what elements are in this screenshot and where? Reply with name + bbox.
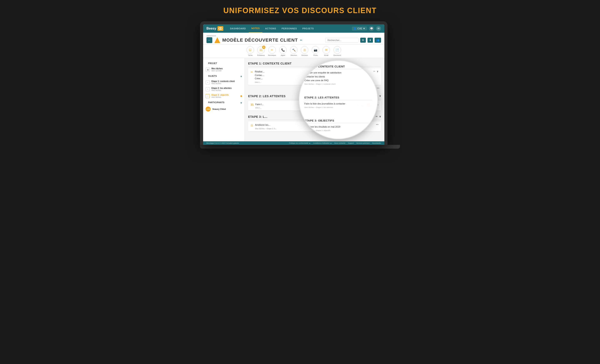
- task-card-meta-3: Mes tâches – Etape 3: b...: [255, 127, 374, 130]
- reunion-label: Réunion: [291, 54, 297, 56]
- footer-link-contact[interactable]: Nous contacter: [334, 142, 346, 144]
- etape2-text: Etape 2: les attentes Mes tâches: [211, 87, 242, 91]
- sidebar: PROJET ▦ Mes tâches Mon activité SUJETS …: [203, 58, 245, 141]
- toolbar-reunion[interactable]: 🔨 Réunion: [290, 46, 298, 56]
- breadcrumb-date: 29/04/2019: [206, 35, 381, 37]
- document-label: Document: [333, 54, 341, 56]
- toolbar-echeance[interactable]: 31 31 Échéance: [257, 46, 265, 56]
- footer-link-terms[interactable]: Conditions d'utilisation ▲: [313, 142, 332, 144]
- filter-button[interactable]: ⚙: [360, 38, 366, 43]
- appel-icon: 📞: [279, 46, 287, 54]
- email-icon: ✉: [322, 46, 330, 54]
- etape2-sub: Mes tâches: [211, 89, 242, 91]
- page-header: UNIFORMISEZ VOS DISCOURS CLIENT: [200, 6, 400, 15]
- nav-item-dashboard[interactable]: DASHBOARD: [227, 24, 248, 33]
- etape2-icon: ○: [206, 87, 210, 91]
- participant-veauvy: CVE Veauvy Chloé: [203, 105, 244, 113]
- task-card-stage1: ✏ Réalise...Contac...Créer... Mes t... ✏…: [248, 68, 381, 85]
- mail-icon-btn[interactable]: ✉: [376, 26, 381, 31]
- sidebar-item-etape2[interactable]: ○ Etape 2: les attentes Mes tâches: [203, 86, 244, 93]
- stage3-chevron-icon[interactable]: ∨: [379, 115, 381, 118]
- toolbar-appel[interactable]: 📞 Appel: [279, 46, 287, 56]
- task3-more-icon[interactable]: •••: [376, 123, 379, 126]
- app-footer: BeesApps 5.12.3 © 2020 Formation gratuit…: [203, 141, 384, 145]
- user-label: CVE: [357, 27, 362, 30]
- nav-user[interactable]: 👤 CVE ▼: [352, 27, 367, 31]
- edit-action-icon[interactable]: ✏: [373, 70, 375, 73]
- toolbar-remarque[interactable]: ✏ Remarque: [268, 46, 276, 56]
- toolbar-email[interactable]: ✉ Email: [322, 46, 330, 56]
- dropdown-icon: ▼: [363, 27, 365, 30]
- photo-icon: 📷: [312, 46, 319, 54]
- task-card-text-3: Améliorer les...: [255, 123, 374, 127]
- stage3-header: ETAPE 3: L... ✏ ∨: [248, 114, 381, 120]
- footer-link-premium[interactable]: Services premium: [356, 142, 370, 144]
- nav-item-actions[interactable]: ACTIONS: [263, 24, 279, 33]
- participant-name: Veauvy Chloé: [212, 108, 226, 110]
- task-card-text-2: Faire l...: [255, 103, 356, 106]
- footer-link-news[interactable]: Nouveautés: [372, 142, 381, 144]
- logo-text: Beesy: [206, 27, 216, 30]
- task-card-stage3: ⚖ Améliorer les... Mes tâches – Etape 3:…: [248, 122, 381, 131]
- stage3-section: ETAPE 3: L... ✏ ∨ ⚖ Améliorer les... Mes…: [248, 114, 381, 131]
- task-row-badges-2: 29AVR. CVE •••: [357, 103, 379, 108]
- chat-icon-btn[interactable]: 💬: [369, 26, 374, 31]
- edit-title-icon[interactable]: ✏: [300, 38, 302, 42]
- toolbar-photo[interactable]: 📷 Photo: [312, 46, 319, 56]
- sidebar-item-etape3[interactable]: ○ Etape 3: objectifs Mes tâches: [203, 93, 244, 100]
- more-options-icon[interactable]: •••: [377, 87, 379, 90]
- participants-section-title: PARTICIPANTS: [206, 101, 227, 104]
- search-input[interactable]: [325, 38, 358, 42]
- nav-item-projets[interactable]: PROJETS: [300, 24, 316, 33]
- stage1-section: ETAPE 1: CONTEXTE CLIENT ✏ Réalise...Con…: [248, 61, 381, 90]
- etape1-text: Etape 1: contexte client Mes tâches: [211, 80, 242, 84]
- page-wrapper: UNIFORMISEZ VOS DISCOURS CLIENT Beesy DA…: [200, 6, 400, 149]
- back-button[interactable]: ←: [206, 37, 212, 43]
- stage2-chevron-icon[interactable]: ∨: [379, 94, 381, 97]
- sidebar-item-etape1[interactable]: ○ Etape 1: contexte client Mes tâches: [203, 79, 244, 86]
- task-card-icon-remarque: ✏: [251, 70, 253, 74]
- stage2-header: ETAPE 2: LES ATTENTES ✏ ∨: [248, 93, 381, 99]
- toolbar-document[interactable]: 📄 Document: [333, 46, 341, 56]
- mes-taches-sub: Mon activité: [211, 70, 242, 72]
- project-section-header: PROJET: [203, 61, 244, 66]
- participants-section-header: PARTICIPANTS +: [203, 100, 244, 105]
- echeance-badge: 31: [262, 46, 265, 49]
- sidebar-item-mes-taches[interactable]: ▦ Mes tâches Mon activité: [203, 66, 244, 73]
- toolbar-decision[interactable]: ⚖ Décision: [301, 46, 308, 56]
- task2-more-icon[interactable]: •••: [376, 104, 379, 107]
- add-participant-button[interactable]: +: [240, 101, 242, 104]
- task-card-meta-2: Mes t...: [255, 107, 356, 109]
- etape2-name: Etape 2: les attentes: [211, 87, 242, 89]
- stage1-header: ETAPE 1: CONTEXTE CLIENT: [248, 61, 381, 67]
- footer-link-privacy[interactable]: Politique de confidentialité ▲: [289, 142, 311, 144]
- badge-hex: [371, 103, 375, 107]
- task-card-text-1: Réalise...Contac...Créer...: [255, 70, 372, 80]
- etape3-sub: Mes tâches: [211, 96, 239, 98]
- notes-area: ETAPE 1: CONTEXTE CLIENT ✏ Réalise...Con…: [245, 58, 384, 141]
- etape1-icon: ○: [206, 80, 210, 84]
- share-button[interactable]: 👥: [375, 38, 381, 43]
- page-header-bar: 29/04/2019 ← MODÈLE DÉCOUVERTE CLIENT ✏ …: [203, 33, 384, 45]
- stage2-edit-icon[interactable]: ✏: [376, 94, 378, 97]
- footer-link-support[interactable]: Support: [348, 142, 354, 144]
- photo-label: Photo: [313, 54, 318, 56]
- chevron-down-icon[interactable]: ∨: [377, 70, 379, 73]
- toolbar-tache[interactable]: ☑ Tâche: [246, 46, 254, 56]
- icon-toolbar: ☑ Tâche 31 31 Échéance ✏ Remarque 📞 App: [203, 45, 384, 58]
- download-button[interactable]: ⬇: [367, 38, 373, 43]
- appel-label: Appel: [281, 54, 285, 56]
- note-title-row: ← MODÈLE DÉCOUVERTE CLIENT ✏ ⚙ ⬇ 👥: [206, 37, 381, 43]
- task-card-content-1: Réalise...Contac...Créer... Mes t...: [255, 70, 372, 83]
- task-card-icon-date: 31: [251, 103, 253, 106]
- laptop-frame: Beesy DASHBOARD NOTES ACTIONS PERSONNES …: [200, 21, 387, 145]
- top-nav: Beesy DASHBOARD NOTES ACTIONS PERSONNES …: [203, 24, 384, 33]
- stage3-edit-icon[interactable]: ✏: [376, 115, 378, 118]
- nav-items: DASHBOARD NOTES ACTIONS PERSONNES PROJET…: [227, 24, 352, 33]
- add-subject-button[interactable]: +: [240, 75, 242, 78]
- nav-item-personnes[interactable]: PERSONNES: [279, 24, 300, 33]
- etape1-name: Etape 1: contexte client: [211, 80, 242, 82]
- user-icon: 👤: [354, 27, 356, 30]
- nav-item-notes[interactable]: NOTES: [249, 24, 262, 33]
- task-card-content-2: Faire l... Mes t...: [255, 103, 356, 109]
